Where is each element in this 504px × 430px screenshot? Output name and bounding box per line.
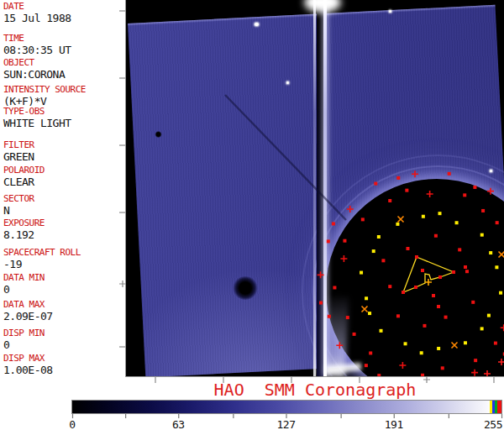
pylon-bright-line [323,0,327,376]
field-value: WHITE LIGHT [3,118,71,128]
field-label: DISP MIN [3,328,45,338]
field-label: TYPE-OBS [3,107,71,116]
dust-spot-small [155,131,162,138]
sidebar-entry: SPACECRAFT ROLL-19 [3,248,81,270]
field-value: 2.09E-07 [3,311,53,322]
colorbar-tick-label: 191 [385,419,403,430]
field-label: DATA MAX [3,300,53,309]
colorbar-tick-label: 255 [484,419,502,430]
field-value: SUN:CORONA [3,69,65,80]
sidebar-entry: EXPOSURE8.192 [3,218,45,240]
field-value: 8.192 [3,229,45,240]
field-value: 0 [3,339,45,350]
field-value: -19 [3,259,81,270]
field-value: 15 Jul 1988 [3,13,71,24]
sidebar-entry: SECTORN [3,194,34,216]
field-label: DATA MIN [3,273,45,282]
field-label: DATE [3,2,71,11]
smm-coronagraph-viewer: DATE15 Jul 1988TIME08:30:35 UTOBJECTSUN:… [0,0,504,430]
panel-border-bottom [125,376,504,377]
field-label: FILTER [3,140,34,149]
occulter-pylon-shadow [317,0,323,376]
colorbar-tick-label: 127 [276,419,295,430]
white-speck [286,81,289,84]
field-value: 0 [3,284,45,295]
pylon-bright-line-left [313,0,316,376]
metadata-sidebar: DATE15 Jul 1988TIME08:30:35 UTOBJECTSUN:… [0,0,126,376]
pylon-top-glare [304,0,341,13]
sidebar-entry: TIME08:30:35 UT [3,34,71,55]
sidebar-entry: POLAROIDCLEAR [3,165,45,187]
field-label: OBJECT [3,58,65,67]
sidebar-entry: OBJECTSUN:CORONA [3,58,65,80]
field-value: 08:30:35 UT [3,45,71,55]
sidebar-entry: DATA MAX2.09E-07 [3,300,53,322]
coronagraph-image-panel [126,0,504,376]
sidebar-entry: TYPE-OBSWHITE LIGHT [3,107,71,128]
field-value: GREEN [3,151,34,162]
field-label: EXPOSURE [3,218,45,228]
field-label: DISP MAX [3,354,53,363]
sidebar-entry: INTENSITY SOURCE(K+F)*V [3,85,86,107]
dust-spot-large [233,276,258,300]
colorbar-labels: 063127191255 [0,419,504,430]
sidebar-entry: DISP MAX1.00E-08 [3,354,53,375]
field-label: SPACECRAFT ROLL [3,248,81,257]
white-speck [490,170,492,172]
field-value: N [3,205,34,216]
sidebar-entry: DATE15 Jul 1988 [3,2,71,24]
sidebar-entry: FILTERGREEN [3,140,34,162]
field-label: SECTOR [3,194,34,203]
white-speck [389,10,391,13]
field-value: 1.00E-08 [3,364,53,375]
colorbar-tick-label: 0 [69,419,75,430]
field-label: INTENSITY SOURCE [3,85,86,94]
sidebar-entry: DATA MIN0 [3,273,45,295]
field-label: POLAROID [3,165,45,175]
field-value: CLEAR [3,176,45,187]
white-speck [255,23,259,26]
colorbar-gradient [71,400,502,414]
colorbar-tick-label: 63 [172,419,185,430]
panel-border-left [125,0,126,377]
sidebar-entry: DISP MIN0 [3,328,45,350]
image-title: HAO SMM Coronagraph [126,381,504,398]
field-label: TIME [3,34,71,43]
